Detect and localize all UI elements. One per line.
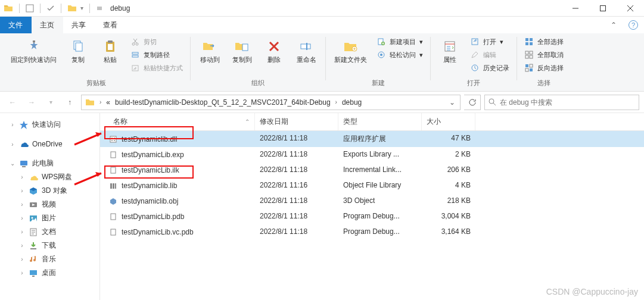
chevron-right-icon[interactable]: › bbox=[97, 99, 104, 105]
file-row[interactable]: testDynamiclib.dll2022/8/1 11:18应用程序扩展47… bbox=[100, 131, 644, 147]
file-icon bbox=[108, 212, 118, 221]
file-row[interactable]: testDynamicLib.vc.pdb2022/8/1 11:18Progr… bbox=[100, 224, 644, 240]
paste-button[interactable]: 粘贴 bbox=[96, 36, 125, 66]
chevron-down-icon[interactable]: ⌄ bbox=[446, 98, 459, 107]
forward-button[interactable]: → bbox=[24, 95, 39, 110]
col-size[interactable]: 大小 bbox=[422, 113, 475, 130]
file-row[interactable]: testDynamicLib.exp2022/8/1 11:18Exports … bbox=[100, 147, 644, 162]
svg-point-19 bbox=[380, 54, 382, 56]
file-name: testDynamiclib.lib bbox=[122, 182, 177, 190]
nav-desktop[interactable]: ›桌面 bbox=[0, 266, 99, 280]
nav-documents[interactable]: ›文档 bbox=[0, 225, 99, 239]
move-to-button[interactable]: 移动到 bbox=[195, 36, 224, 66]
nav-videos[interactable]: ›视频 bbox=[0, 198, 99, 211]
help-icon[interactable]: ? bbox=[629, 20, 638, 30]
breadcrumb[interactable]: › « build-testDynamiclib-Desktop_Qt_5_12… bbox=[81, 95, 461, 110]
chevron-up-icon[interactable]: ⌃ bbox=[611, 21, 617, 29]
svg-rect-6 bbox=[108, 44, 113, 50]
tab-share[interactable]: 共享 bbox=[63, 17, 95, 33]
search-input[interactable] bbox=[500, 98, 635, 107]
svg-rect-37 bbox=[22, 166, 26, 167]
nav-downloads[interactable]: ›下载 bbox=[0, 239, 99, 252]
copy-button[interactable]: 复制 bbox=[64, 36, 92, 66]
minimize-button[interactable] bbox=[562, 0, 589, 17]
tab-file[interactable]: 文件 bbox=[0, 17, 32, 33]
column-header: 名称⌃ 修改日期 类型 大小 bbox=[100, 113, 644, 131]
close-button[interactable] bbox=[617, 0, 644, 17]
svg-rect-32 bbox=[530, 64, 533, 67]
tab-home[interactable]: 主页 bbox=[32, 17, 63, 33]
paste-shortcut-button[interactable]: 粘贴快捷方式 bbox=[128, 62, 185, 74]
file-date: 2022/8/1 11:18 bbox=[255, 148, 338, 161]
check-icon[interactable] bbox=[46, 4, 55, 12]
file-row[interactable]: testDynamicLib.pdb2022/8/1 11:18Program … bbox=[100, 209, 644, 224]
svg-point-7 bbox=[132, 43, 135, 45]
svg-rect-45 bbox=[110, 136, 116, 142]
rename-button[interactable]: 重命名 bbox=[292, 36, 321, 66]
new-item-button[interactable]: 新建项目 ▾ bbox=[374, 36, 425, 48]
overflow-icon[interactable] bbox=[96, 5, 103, 12]
delete-button[interactable]: 删除 bbox=[260, 36, 288, 66]
nav-onedrive[interactable]: ›OneDrive bbox=[0, 138, 99, 151]
crumb-0[interactable]: build-testDynamiclib-Desktop_Qt_5_12_2_M… bbox=[113, 95, 333, 110]
chevron-down-icon[interactable]: ▾ bbox=[80, 5, 83, 11]
select-none-button[interactable]: 全部取消 bbox=[522, 49, 566, 61]
nav-music[interactable]: ›音乐 bbox=[0, 252, 99, 266]
search-box[interactable] bbox=[484, 95, 639, 110]
crumb-1[interactable]: debug bbox=[340, 95, 364, 110]
properties-button[interactable]: 属性 bbox=[435, 36, 464, 66]
copy-to-button[interactable]: 复制到 bbox=[228, 36, 256, 66]
edit-button[interactable]: 编辑 bbox=[468, 49, 512, 61]
file-type: Incremental Link... bbox=[338, 164, 422, 177]
nav-3d[interactable]: ›3D 对象 bbox=[0, 184, 99, 198]
file-icon bbox=[108, 165, 118, 175]
back-button[interactable]: ← bbox=[5, 95, 20, 110]
ribbon-group-open: 属性 打开 ▾ 编辑 历史记录 打开 bbox=[432, 35, 515, 91]
copy-path-button[interactable]: 复制路径 bbox=[128, 49, 185, 61]
file-type: Program Debug... bbox=[338, 210, 422, 223]
file-name: testDynamicLib.pdb bbox=[122, 212, 184, 221]
recent-button[interactable]: ▾ bbox=[43, 95, 58, 110]
window-title: debug bbox=[110, 4, 130, 12]
svg-rect-27 bbox=[525, 51, 528, 54]
crumb-prefix[interactable]: « bbox=[104, 95, 113, 110]
folder-icon[interactable] bbox=[4, 4, 13, 13]
group-label: 打开 bbox=[435, 77, 512, 90]
file-size: 2 KB bbox=[422, 148, 475, 161]
file-row[interactable]: testdynamiclib.obj2022/8/1 11:183D Objec… bbox=[100, 193, 644, 209]
nav-wps[interactable]: ›WPS网盘 bbox=[0, 170, 99, 184]
svg-rect-54 bbox=[115, 183, 116, 189]
nav-pictures[interactable]: ›图片 bbox=[0, 211, 99, 225]
folder-icon[interactable] bbox=[67, 4, 77, 13]
pin-to-quick-button[interactable]: 固定到快速访问 bbox=[7, 36, 60, 66]
new-folder-button[interactable]: 新建文件夹 bbox=[331, 36, 371, 66]
svg-rect-12 bbox=[242, 44, 248, 51]
easy-access-button[interactable]: 轻松访问 ▾ bbox=[374, 49, 425, 61]
search-icon bbox=[489, 98, 496, 106]
group-label: 剪贴板 bbox=[7, 77, 185, 90]
col-date[interactable]: 修改日期 bbox=[255, 113, 338, 130]
up-button[interactable]: ↑ bbox=[62, 95, 77, 110]
cut-button[interactable]: 剪切 bbox=[128, 36, 185, 48]
qat-item-icon[interactable] bbox=[26, 4, 34, 12]
select-all-button[interactable]: 全部选择 bbox=[522, 36, 566, 48]
file-size: 4 KB bbox=[422, 179, 475, 192]
svg-rect-56 bbox=[111, 229, 116, 235]
nav-quick-access[interactable]: ›快速访问 bbox=[0, 118, 99, 132]
refresh-button[interactable] bbox=[464, 95, 481, 110]
svg-rect-26 bbox=[530, 42, 533, 45]
col-type[interactable]: 类型 bbox=[338, 113, 422, 130]
open-button[interactable]: 打开 ▾ bbox=[468, 36, 512, 48]
chevron-right-icon[interactable]: › bbox=[333, 99, 340, 105]
invert-selection-button[interactable]: 反向选择 bbox=[522, 62, 566, 74]
history-button[interactable]: 历史记录 bbox=[468, 62, 512, 74]
nav-this-pc[interactable]: ⌄此电脑 bbox=[0, 157, 99, 170]
svg-rect-9 bbox=[132, 52, 138, 54]
file-row[interactable]: testDynamicLib.ilk2022/8/1 11:18Incremen… bbox=[100, 162, 644, 178]
col-name[interactable]: 名称⌃ bbox=[100, 113, 255, 130]
svg-rect-42 bbox=[30, 248, 36, 249]
tab-view[interactable]: 查看 bbox=[95, 17, 126, 33]
file-row[interactable]: testDynamiclib.lib2022/8/1 11:16Object F… bbox=[100, 178, 644, 193]
maximize-button[interactable] bbox=[589, 0, 617, 17]
folder-icon[interactable] bbox=[83, 95, 97, 110]
